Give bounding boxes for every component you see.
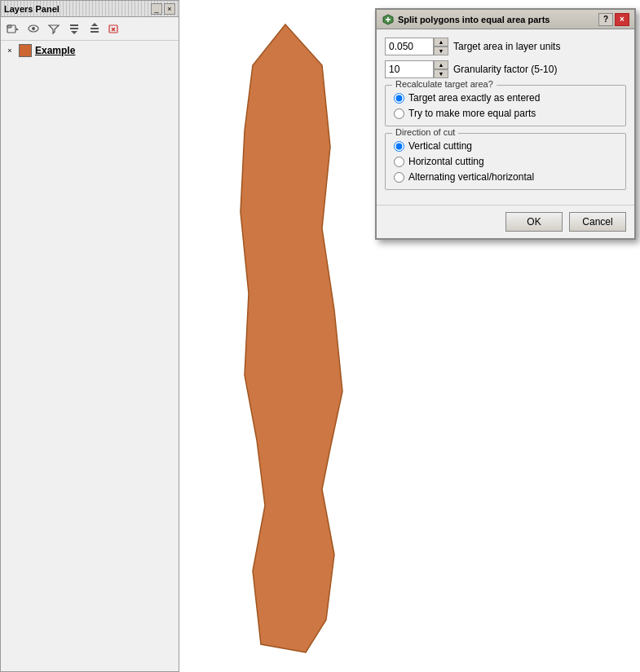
svg-rect-1 bbox=[7, 25, 11, 28]
split-polygons-dialog: Split polygons into equal area parts ? ×… bbox=[375, 8, 636, 240]
radio-exactly-label[interactable]: Target area exactly as entered bbox=[408, 92, 540, 104]
recalculate-group: Recalculate target area? Target area exa… bbox=[385, 85, 626, 126]
granularity-spinbox: ▲ ▼ bbox=[385, 60, 450, 78]
layers-toolbar bbox=[1, 17, 179, 41]
ok-button[interactable]: OK bbox=[505, 212, 563, 232]
layer-name[interactable]: Example bbox=[35, 45, 75, 56]
layers-panel-title: Layers Panel bbox=[4, 4, 60, 14]
svg-rect-4 bbox=[70, 24, 78, 26]
radio-row-exactly: Target area exactly as entered bbox=[394, 92, 617, 104]
layers-titlebar-buttons: _ × bbox=[151, 3, 175, 15]
dialog-help-button[interactable]: ? bbox=[598, 13, 613, 26]
radio-row-equal-parts: Try to make more equal parts bbox=[394, 108, 617, 119]
svg-point-3 bbox=[32, 27, 35, 30]
visibility-icon[interactable] bbox=[24, 20, 42, 38]
target-area-arrows: ▲ ▼ bbox=[434, 38, 448, 55]
move-up-icon[interactable] bbox=[86, 20, 104, 38]
dialog-close-button[interactable]: × bbox=[615, 13, 629, 26]
granularity-down[interactable]: ▼ bbox=[434, 69, 448, 78]
radio-horizontal-label[interactable]: Horizontal cutting bbox=[408, 156, 484, 167]
layer-color-swatch bbox=[19, 44, 32, 57]
recalculate-legend: Recalculate target area? bbox=[392, 79, 497, 89]
dialog-title-text: Split polygons into equal area parts bbox=[398, 15, 550, 24]
layers-panel-titlebar: Layers Panel _ × bbox=[1, 1, 179, 17]
svg-rect-8 bbox=[90, 28, 99, 29]
target-area-spinbox: ▲ ▼ bbox=[385, 38, 450, 55]
radio-equal-parts[interactable] bbox=[394, 108, 404, 119]
target-area-down[interactable]: ▼ bbox=[434, 46, 448, 55]
radio-alternating-label[interactable]: Alternating vertical/horizontal bbox=[408, 171, 534, 183]
dialog-titlebar: Split polygons into equal area parts ? × bbox=[377, 10, 634, 29]
radio-row-horizontal: Horizontal cutting bbox=[394, 156, 617, 167]
granularity-row: ▲ ▼ Granularity factor (5-10) bbox=[385, 60, 626, 78]
layers-close-button[interactable]: × bbox=[164, 3, 175, 15]
svg-rect-5 bbox=[70, 28, 78, 29]
radio-exactly[interactable] bbox=[394, 93, 404, 104]
radio-alternating[interactable] bbox=[394, 172, 404, 183]
radio-equal-parts-label[interactable]: Try to make more equal parts bbox=[408, 108, 536, 119]
svg-rect-7 bbox=[90, 31, 99, 33]
dialog-title-left: Split polygons into equal area parts bbox=[382, 13, 550, 26]
granularity-label: Granularity factor (5-10) bbox=[453, 64, 557, 75]
layers-panel: Layers Panel _ × bbox=[0, 0, 179, 672]
direction-group: Direction of cut Vertical cutting Horizo… bbox=[385, 133, 626, 190]
granularity-arrows: ▲ ▼ bbox=[434, 60, 448, 78]
svg-marker-9 bbox=[91, 23, 98, 26]
radio-vertical[interactable] bbox=[394, 141, 404, 152]
radio-row-alternating: Alternating vertical/horizontal bbox=[394, 171, 617, 183]
layers-minimize-button[interactable]: _ bbox=[151, 3, 162, 15]
target-area-up[interactable]: ▲ bbox=[434, 38, 448, 46]
radio-row-vertical: Vertical cutting bbox=[394, 140, 617, 152]
dialog-titlebar-buttons: ? × bbox=[598, 13, 629, 26]
target-area-row: ▲ ▼ Target area in layer units bbox=[385, 38, 626, 55]
move-down-icon[interactable] bbox=[65, 20, 83, 38]
remove-layer-icon[interactable] bbox=[106, 20, 124, 38]
granularity-input[interactable] bbox=[385, 60, 434, 78]
svg-marker-6 bbox=[71, 31, 77, 34]
radio-horizontal[interactable] bbox=[394, 157, 404, 167]
dialog-title-icon bbox=[382, 13, 395, 26]
direction-legend: Direction of cut bbox=[392, 127, 458, 137]
layer-close-button[interactable]: × bbox=[4, 45, 15, 56]
cancel-button[interactable]: Cancel bbox=[569, 212, 626, 232]
target-area-label: Target area in layer units bbox=[453, 41, 560, 52]
target-area-input[interactable] bbox=[385, 38, 434, 55]
dialog-footer: OK Cancel bbox=[377, 205, 634, 238]
open-layer-icon[interactable] bbox=[4, 20, 22, 38]
layer-item: × Example bbox=[1, 41, 179, 60]
granularity-up[interactable]: ▲ bbox=[434, 60, 448, 69]
filter-icon[interactable] bbox=[45, 20, 63, 38]
radio-vertical-label[interactable]: Vertical cutting bbox=[408, 140, 472, 152]
dialog-body: ▲ ▼ Target area in layer units ▲ ▼ Granu… bbox=[377, 29, 634, 205]
